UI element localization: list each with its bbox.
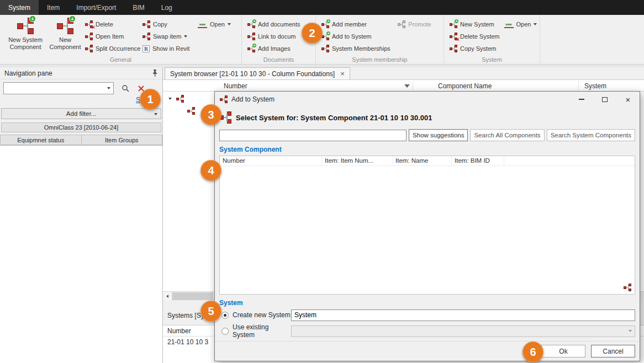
tab-item[interactable]: Item: [39, 0, 68, 15]
dialog-body: Select System for: System Component 21-0…: [215, 107, 640, 337]
delete-system-button[interactable]: × Delete System: [447, 30, 502, 42]
scrollbar-thumb[interactable]: [172, 292, 213, 300]
show-in-revit-button[interactable]: R Show in Revit: [140, 42, 196, 55]
column-system[interactable]: System: [584, 80, 606, 92]
add-documents-icon: +: [247, 20, 255, 28]
component-list[interactable]: Number Item: Item Num... Item: Name Item…: [219, 156, 635, 295]
copy-icon: [142, 20, 150, 28]
col-bim-id[interactable]: Item: BIM ID: [452, 156, 504, 166]
search-icon[interactable]: [119, 82, 131, 94]
delete-button[interactable]: × Delete: [83, 18, 140, 30]
cancel-button[interactable]: Cancel: [591, 345, 635, 357]
navigation-subtabs: Equipmnet status Item Groups: [0, 135, 162, 145]
browser-column-header: Number Component Name System: [163, 79, 644, 92]
sort-descending-icon[interactable]: [404, 84, 410, 88]
component-search-input[interactable]: [219, 130, 407, 141]
revit-icon: R: [142, 45, 150, 52]
document-tabstrip: System browser [21-01 10 10 30 - Column …: [163, 67, 644, 79]
search-combobox[interactable]: [3, 82, 114, 94]
section-system: System: [219, 299, 635, 307]
link-icon: [247, 33, 255, 40]
add-filter-dropdown[interactable]: Add filter...: [1, 108, 161, 119]
copy-system-button[interactable]: Copy System: [447, 42, 502, 55]
minimize-icon[interactable]: [570, 92, 593, 107]
maximize-icon[interactable]: [593, 92, 616, 107]
button-label: System Memberships: [332, 45, 390, 52]
dialog-footer: Ok Cancel: [215, 341, 640, 361]
chevron-down-icon: [107, 87, 110, 89]
tab-item-groups[interactable]: Item Groups: [82, 135, 163, 145]
show-suggestions-button[interactable]: Show suggestions: [409, 129, 468, 141]
col-item-number[interactable]: Item: Item Num...: [322, 156, 393, 166]
button-label: Delete System: [460, 33, 500, 40]
button-label: Copy: [153, 21, 167, 28]
promote-button[interactable]: Promote: [395, 18, 441, 30]
group-label-general: General: [0, 56, 241, 63]
column-number[interactable]: Number: [224, 80, 247, 92]
section-system-component: System Component: [219, 146, 635, 154]
button-label: Link to docum: [258, 33, 295, 40]
tab-log[interactable]: Log: [153, 0, 181, 15]
system-browser-tab[interactable]: System browser [21-01 10 10 30 - Column …: [165, 67, 350, 79]
tab-close-icon[interactable]: ×: [340, 70, 345, 77]
pin-icon[interactable]: [152, 70, 158, 77]
delete-system-icon: ×: [450, 33, 457, 40]
new-system-button[interactable]: + New System: [447, 18, 502, 30]
dialog-titlebar[interactable]: Add to System ×: [215, 92, 640, 107]
component-list-header: Number Item: Item Num... Item: Name Item…: [220, 156, 635, 166]
split-occurrence-button[interactable]: Split Occurrence: [83, 42, 140, 55]
copy-button[interactable]: Copy: [140, 18, 196, 30]
use-existing-system-row: Use existing System: [219, 325, 635, 337]
column-component-name[interactable]: Component Name: [438, 80, 492, 92]
button-label: Add Images: [258, 45, 291, 52]
add-images-button[interactable]: + Add Images: [245, 42, 313, 55]
button-label: Open: [210, 21, 225, 28]
tree-node-icon[interactable]: [176, 95, 184, 103]
col-number[interactable]: Number: [220, 156, 322, 166]
swap-item-button[interactable]: Swap item: [140, 30, 196, 42]
add-to-system-button[interactable]: + Add to System: [319, 30, 395, 42]
new-component-button[interactable]: + New Component: [47, 17, 83, 55]
callout-badge-4: 4: [200, 160, 221, 181]
search-system-components-button[interactable]: Search System Components: [547, 129, 635, 141]
button-label: New: [59, 36, 71, 44]
tab-equipment-status[interactable]: Equipmnet status: [0, 135, 82, 145]
add-to-system-icon: +: [321, 33, 329, 40]
group-label-documents: Documents: [242, 56, 315, 63]
open-item-button[interactable]: Open Item: [83, 30, 140, 42]
create-new-system-row: Create new System: [219, 309, 635, 321]
existing-system-combobox: [291, 325, 635, 337]
promote-icon: [398, 20, 405, 28]
tab-system[interactable]: System: [0, 0, 39, 15]
tab-bim[interactable]: BIM: [124, 0, 152, 15]
search-all-components-button[interactable]: Search All Components: [470, 129, 544, 141]
navigation-pane-title: Navigation pane: [4, 70, 52, 77]
button-label: Add documents: [258, 21, 300, 28]
omniclass-item[interactable]: OmniClass 23 [2010-06-24]: [1, 122, 161, 132]
ok-button[interactable]: Ok: [541, 345, 585, 357]
new-system-component-icon: +: [17, 18, 34, 34]
application-window: System Item Import/Export BIM Log + New …: [0, 0, 644, 363]
callout-badge-1: 1: [140, 89, 161, 110]
window-controls: ×: [570, 92, 640, 107]
split-occurrence-icon: [85, 45, 93, 52]
close-icon[interactable]: ×: [616, 92, 640, 107]
create-new-system-radio[interactable]: [221, 312, 229, 319]
tree-node-icon[interactable]: [187, 107, 195, 115]
tree-expander-icon[interactable]: [168, 98, 172, 100]
col-item-name[interactable]: Item: Name: [393, 156, 452, 166]
system-memberships-button[interactable]: System Memberships: [319, 42, 395, 55]
ribbon-tab-bar: System Item Import/Export BIM Log: [0, 0, 644, 15]
delete-icon: ×: [85, 20, 93, 28]
column-divider: [578, 81, 579, 90]
dialog-header-text: Select System for: System Component 21-0…: [236, 114, 432, 122]
open-system-dropdown-button[interactable]: www Open: [502, 18, 539, 30]
new-system-component-button[interactable]: + New System Component: [3, 17, 47, 55]
tab-import-export[interactable]: Import/Export: [68, 0, 124, 15]
chevron-down-icon: [629, 330, 632, 332]
open-dropdown-button[interactable]: www Open: [196, 18, 232, 30]
scroll-left-button[interactable]: [163, 292, 172, 301]
use-existing-system-radio[interactable]: [221, 328, 229, 335]
new-system-name-input[interactable]: [291, 309, 635, 321]
add-member-button[interactable]: + Add member: [319, 18, 395, 30]
